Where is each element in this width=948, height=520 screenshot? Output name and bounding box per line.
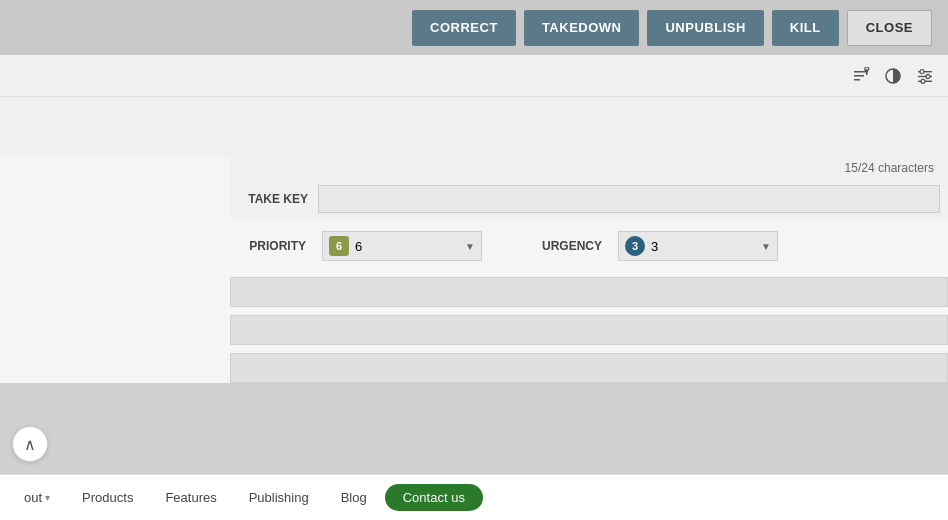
takedown-button[interactable]: TAKEDOWN [524, 10, 640, 46]
priority-chevron: ▼ [465, 241, 475, 252]
empty-row-3 [230, 353, 948, 383]
correct-button[interactable]: CORRECT [412, 10, 516, 46]
svg-rect-2 [854, 79, 860, 81]
unpublish-button[interactable]: UNPUBLISH [647, 10, 763, 46]
empty-row-2 [230, 315, 948, 345]
kill-button[interactable]: KILL [772, 10, 839, 46]
filter-icon[interactable] [852, 67, 870, 85]
close-button[interactable]: CLOSE [847, 10, 932, 46]
nav-item-publishing[interactable]: Publishing [235, 484, 323, 511]
urgency-select[interactable]: 3 3 ▼ [618, 231, 778, 261]
empty-row-1 [230, 277, 948, 307]
nav-item-blog[interactable]: Blog [327, 484, 381, 511]
svg-point-10 [926, 74, 930, 78]
top-section [0, 97, 948, 157]
nav-item-features[interactable]: Features [151, 484, 230, 511]
char-count: 15/24 characters [845, 161, 934, 175]
priority-label: PRIORITY [236, 239, 316, 253]
take-key-row: TAKE KEY [230, 179, 948, 219]
svg-rect-3 [866, 69, 868, 75]
svg-point-11 [921, 79, 925, 83]
nav-out-chevron: ▾ [45, 492, 50, 503]
urgency-group: URGENCY 3 3 ▼ [532, 231, 778, 261]
urgency-value: 3 [651, 239, 658, 254]
take-key-input[interactable] [318, 185, 940, 213]
nav-item-contact[interactable]: Contact us [385, 484, 483, 511]
priority-group: PRIORITY 6 6 ▼ [236, 231, 482, 261]
bottom-nav: out ▾ Products Features Publishing Blog … [0, 474, 948, 520]
urgency-label: URGENCY [532, 239, 612, 253]
priority-value: 6 [355, 239, 362, 254]
main-content: 15/24 characters TAKE KEY PRIORITY 6 6 ▼… [0, 97, 948, 383]
sliders-icon[interactable] [916, 67, 934, 85]
urgency-badge: 3 [625, 236, 645, 256]
priority-badge: 6 [329, 236, 349, 256]
scroll-up-button[interactable]: ∧ [12, 426, 48, 462]
icon-row [0, 55, 948, 97]
priority-select[interactable]: 6 6 ▼ [322, 231, 482, 261]
nav-item-products[interactable]: Products [68, 484, 147, 511]
nav-item-out[interactable]: out ▾ [10, 484, 64, 511]
urgency-chevron: ▼ [761, 241, 771, 252]
svg-rect-1 [854, 75, 864, 77]
take-key-label: TAKE KEY [238, 192, 318, 206]
top-toolbar: CORRECT TAKEDOWN UNPUBLISH KILL CLOSE [0, 0, 948, 55]
priority-urgency-row: PRIORITY 6 6 ▼ URGENCY 3 3 ▼ [230, 223, 948, 269]
contrast-icon[interactable] [884, 67, 902, 85]
chevron-up-icon: ∧ [24, 435, 36, 454]
nav-out-label: out [24, 490, 42, 505]
svg-point-9 [920, 69, 924, 73]
